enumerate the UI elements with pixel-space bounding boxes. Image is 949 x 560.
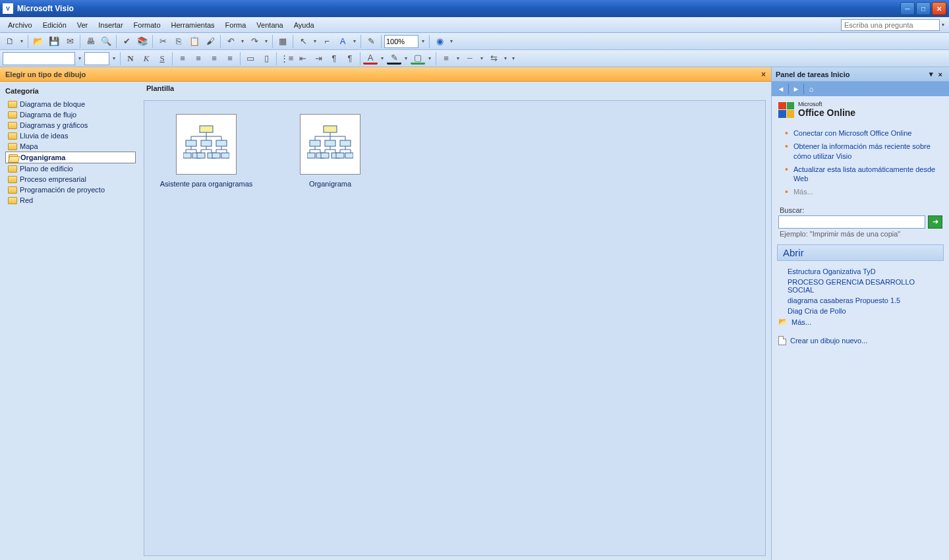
email-icon[interactable]: ✉ [63, 34, 77, 49]
underline-button[interactable]: S [155, 51, 169, 66]
category-item[interactable]: Lluvia de ideas [5, 130, 136, 141]
font-dropdown[interactable]: ▾ [76, 55, 83, 61]
menu-ver[interactable]: Ver [72, 19, 94, 31]
maximize-button[interactable]: □ [916, 2, 931, 15]
help-search-input[interactable] [841, 19, 940, 31]
save-icon[interactable]: 💾 [47, 34, 61, 49]
new-icon[interactable]: 🗋 [3, 34, 17, 49]
nav-back-icon[interactable]: ◄ [774, 83, 788, 95]
menu-archivo[interactable]: Archivo [3, 19, 38, 31]
recent-more-row[interactable]: 📂 Más... [778, 316, 942, 328]
category-item[interactable]: Proceso empresarial [5, 174, 136, 184]
close-button[interactable]: ✕ [932, 2, 946, 15]
text-tool-dropdown[interactable]: ▾ [351, 38, 358, 44]
fill-color-dropdown[interactable]: ▾ [426, 55, 433, 61]
category-item[interactable]: Red [5, 195, 136, 206]
new-dropdown[interactable]: ▾ [18, 38, 25, 44]
pointer-dropdown[interactable]: ▾ [312, 38, 318, 44]
nav-forward-icon[interactable]: ► [790, 83, 803, 95]
font-color-dropdown[interactable]: ▾ [379, 55, 386, 61]
bullets-icon[interactable]: ⋮≡ [279, 51, 294, 66]
line-ends-dropdown[interactable]: ▾ [502, 55, 509, 61]
recent-file[interactable]: Diag Cria de Pollo [788, 306, 942, 316]
format-painter-icon[interactable]: 🖌 [203, 34, 217, 49]
line-color-icon[interactable]: ✎ [387, 52, 401, 65]
cut-icon[interactable]: ✂ [156, 34, 170, 49]
menu-formato[interactable]: Formato [129, 19, 166, 31]
redo-dropdown[interactable]: ▾ [263, 38, 270, 44]
line-weight-dropdown[interactable]: ▾ [455, 55, 461, 61]
fill-color-icon[interactable]: ▢ [411, 52, 425, 65]
category-item[interactable]: Diagramas y gráficos [5, 120, 136, 130]
line-color-dropdown[interactable]: ▾ [403, 55, 409, 61]
recent-file[interactable]: diagrama casaberas Propuesto 1.5 [788, 295, 942, 306]
category-item[interactable]: Diagrama de bloque [5, 99, 136, 109]
copy-icon[interactable]: ⎘ [171, 34, 186, 49]
distribute-h-icon[interactable]: ▭ [243, 51, 258, 66]
recent-file[interactable]: PROCESO GERENCIA DESARROLLO SOCIAL [788, 277, 942, 295]
distribute-v-icon[interactable]: ▯ [259, 51, 273, 66]
increase-para-icon[interactable]: ¶ [343, 51, 357, 66]
toolbar-options-icon[interactable]: ▾ [448, 38, 455, 44]
menu-herramientas[interactable]: Herramientas [166, 19, 220, 31]
increase-indent-icon[interactable]: ⇥ [311, 51, 326, 66]
category-item[interactable]: Diagrama de flujo [5, 109, 136, 120]
font-size-combo[interactable] [84, 52, 109, 65]
research-icon[interactable]: 📚 [135, 34, 150, 49]
menu-forma[interactable]: Forma [220, 19, 252, 31]
menu-insertar[interactable]: Insertar [93, 19, 128, 31]
paste-icon[interactable]: 📋 [187, 34, 202, 49]
redo-icon[interactable]: ↷ [247, 34, 262, 49]
ink-tool-icon[interactable]: ✎ [364, 34, 378, 49]
align-left-icon[interactable]: ≡ [175, 51, 190, 66]
menu-ventana[interactable]: Ventana [251, 19, 288, 31]
zoom-dropdown[interactable]: ▾ [420, 38, 426, 44]
office-link[interactable]: Obtener la información más reciente sobr… [778, 140, 942, 163]
line-weight-icon[interactable]: ≡ [439, 51, 453, 66]
menu-ayuda[interactable]: Ayuda [289, 19, 320, 31]
align-center-icon[interactable]: ≡ [191, 51, 206, 66]
category-item[interactable]: Programación de proyecto [5, 184, 136, 195]
font-color-icon[interactable]: A [363, 52, 378, 65]
search-input[interactable] [778, 215, 925, 229]
spelling-icon[interactable]: ✔ [119, 34, 134, 49]
font-combo[interactable] [3, 52, 75, 65]
category-item[interactable]: Organigrama [5, 152, 136, 163]
template-item[interactable]: Organigrama [281, 114, 379, 188]
text-tool-icon[interactable]: A [335, 34, 350, 49]
line-ends-icon[interactable]: ⇆ [486, 51, 501, 66]
task-pane-menu-icon[interactable]: ▾ [927, 70, 936, 78]
print-preview-icon[interactable]: 🔍 [99, 34, 113, 49]
zoom-combo[interactable] [384, 35, 418, 48]
pointer-tool-icon[interactable]: ↖ [296, 34, 310, 49]
undo-dropdown[interactable]: ▾ [239, 38, 246, 44]
print-icon[interactable]: 🖶 [83, 34, 98, 49]
menu-edicion[interactable]: Edición [38, 19, 72, 31]
undo-icon[interactable]: ↶ [223, 34, 238, 49]
line-pattern-icon[interactable]: ┄ [463, 51, 477, 66]
category-item[interactable]: Plano de edificio [5, 163, 136, 174]
office-link[interactable]: Actualizar esta lista automáticamente de… [778, 163, 942, 186]
bold-button[interactable]: N [123, 51, 138, 66]
template-item[interactable]: Asistente para organigramas [158, 114, 255, 188]
font-size-dropdown[interactable]: ▾ [111, 55, 117, 61]
align-right-icon[interactable]: ≡ [207, 51, 221, 66]
align-justify-icon[interactable]: ≡ [223, 51, 237, 66]
format-toolbar-options-icon[interactable]: ▾ [510, 55, 517, 61]
italic-button[interactable]: K [139, 51, 154, 66]
help-search-dropdown[interactable]: ▾ [940, 22, 946, 28]
decrease-indent-icon[interactable]: ⇤ [295, 51, 310, 66]
help-icon[interactable]: ◉ [432, 34, 447, 49]
category-item[interactable]: Mapa [5, 141, 136, 152]
office-link-more[interactable]: Más... [778, 186, 942, 199]
recent-file[interactable]: Estructura Oganizativa TyD [788, 266, 942, 277]
office-link[interactable]: Conectar con Microsoft Office Online [778, 127, 942, 140]
line-pattern-dropdown[interactable]: ▾ [478, 55, 485, 61]
decrease-para-icon[interactable]: ¶ [327, 51, 341, 66]
task-pane-close-icon[interactable]: × [936, 70, 945, 78]
nav-home-icon[interactable]: ⌂ [805, 83, 818, 95]
chooser-close-icon[interactable]: × [761, 70, 766, 79]
connector-tool-icon[interactable]: ⌐ [320, 34, 334, 49]
open-icon[interactable]: 📂 [31, 34, 45, 49]
shapes-window-icon[interactable]: ▦ [275, 34, 290, 49]
